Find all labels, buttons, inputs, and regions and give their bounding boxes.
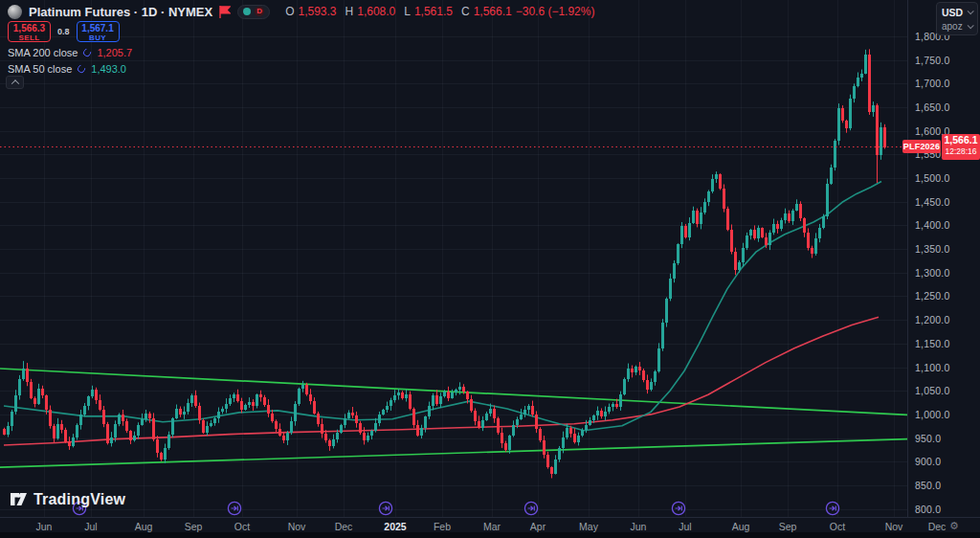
trade-panel: 1,566.3 SELL 0.8 1,567.1 BUY — [8, 21, 120, 42]
time-tick-label: May — [579, 521, 598, 532]
contract-roll-icon[interactable] — [671, 501, 686, 516]
contract-roll-icon[interactable] — [523, 501, 539, 516]
buy-price: 1,567.1 — [78, 23, 119, 34]
symbol-logo — [8, 5, 22, 19]
high-value: 1,608.0 — [357, 5, 395, 18]
price-tick-label: 1,000.0 — [915, 409, 949, 420]
price-tick-label: 1,200.0 — [915, 314, 949, 325]
time-tick-label: Feb — [434, 521, 451, 532]
ohlc-readout: O1,593.3 H1,608.0 L1,561.5 C1,566.1 −30.… — [280, 5, 594, 18]
time-tick-label: Aug — [135, 521, 153, 532]
close-label: C — [461, 5, 470, 18]
sma200-line — [4, 317, 879, 445]
price-tick-label: 1,250.0 — [915, 290, 949, 302]
market-open-dot-icon — [243, 8, 251, 15]
time-tick-label: Jun — [631, 521, 647, 532]
time-tick-label: Oct — [234, 521, 250, 532]
flag-icon[interactable] — [219, 6, 231, 18]
symbol-title[interactable]: Platinum Futures · 1D · NYMEX — [29, 5, 212, 19]
chevron-up-icon — [11, 79, 18, 87]
open-value: 1,593.3 — [298, 5, 336, 18]
sell-button[interactable]: 1,566.3 SELL — [8, 21, 51, 42]
currency-selector[interactable]: USD — [942, 5, 972, 19]
loading-spinner-icon — [77, 63, 87, 74]
price-tick-label: 850.0 — [915, 480, 941, 491]
grid-lines — [0, 0, 907, 517]
buy-label: BUY — [78, 34, 119, 42]
indicator-label[interactable]: SMA 50 close — [8, 63, 72, 75]
price-tick-label: 1,700.0 — [915, 78, 949, 89]
chevron-down-icon — [968, 22, 974, 29]
time-tick-label: Jul — [84, 521, 97, 532]
candles — [3, 49, 886, 478]
tradingview-logo[interactable]: TradingView — [10, 490, 125, 508]
settings-gear-icon[interactable]: ⚙ — [949, 520, 959, 532]
indicator-row-sma50[interactable]: SMA 50 close 1,493.0 — [8, 63, 126, 75]
price-tick-label: 1,500.0 — [915, 172, 949, 184]
time-tick-label: Sep — [185, 521, 203, 532]
price-tick-label: 800.0 — [915, 504, 941, 515]
indicator-value: 1,493.0 — [91, 63, 126, 75]
price-axis[interactable]: 1,800.01,750.01,700.01,650.01,600.01,550… — [907, 0, 980, 517]
last-price-value: 1,566.1 — [942, 134, 980, 146]
chart-header: Platinum Futures · 1D · NYMEX D O1,593.3… — [8, 4, 594, 19]
bar-countdown: 12:28:16 — [942, 146, 980, 157]
price-tick-label: 900.0 — [915, 456, 941, 467]
last-price-badge: 1,566.1 12:28:16 — [942, 134, 980, 160]
low-label: L — [404, 5, 411, 18]
time-tick-label: Nov — [288, 521, 306, 532]
time-tick-label: Apr — [530, 521, 546, 532]
buy-button[interactable]: 1,567.1 BUY — [77, 21, 120, 42]
sell-label: SELL — [9, 34, 50, 42]
contract-badge: PLF2026 — [902, 140, 941, 153]
indicator-label[interactable]: SMA 200 close — [8, 47, 78, 58]
unit-label: apoz — [942, 21, 963, 32]
loading-spinner-icon — [82, 47, 93, 57]
time-tick-label: Nov — [885, 521, 903, 532]
time-tick-label: Mar — [483, 521, 501, 532]
low-value: 1,561.5 — [414, 5, 453, 18]
price-tick-label: 1,150.0 — [915, 338, 949, 349]
time-tick-label: Jun — [36, 521, 53, 532]
contract-roll-icon[interactable] — [825, 501, 840, 516]
contract-roll-icon[interactable] — [227, 501, 242, 516]
price-tick-label: 1,400.0 — [915, 219, 949, 231]
price-tick-label: 950.0 — [915, 433, 941, 444]
time-tick-label: Dec — [335, 521, 353, 532]
price-scale-settings-panel: USD apoz — [936, 2, 978, 35]
price-tick-label: 1,050.0 — [915, 385, 949, 396]
window-edge — [0, 532, 980, 538]
price-tick-label: 1,350.0 — [915, 243, 949, 255]
tradingview-glyph-icon — [10, 490, 28, 508]
close-value: 1,566.1 — [474, 5, 512, 18]
change-value: −30.6 (−1.92%) — [516, 5, 595, 18]
contract-roll-icon[interactable] — [378, 501, 393, 516]
time-tick-label: Sep — [779, 521, 797, 532]
price-tick-label: 1,750.0 — [915, 55, 949, 66]
price-tick-label: 1,450.0 — [915, 196, 949, 208]
indicator-row-sma200[interactable]: SMA 200 close 1,205.7 — [8, 47, 132, 58]
candlestick-chart[interactable] — [0, 0, 907, 517]
spread-value: 0.8 — [57, 27, 70, 36]
time-tick-label: 2025 — [384, 521, 406, 532]
price-tick-label: 1,100.0 — [915, 362, 949, 373]
tradingview-wordmark: TradingView — [33, 491, 125, 508]
time-tick-label: Aug — [732, 521, 750, 532]
price-tick-label: 1,650.0 — [915, 101, 949, 113]
time-axis[interactable]: ⚙ JunJulAugSepOctNovDec2025FebMarAprMayJ… — [0, 517, 980, 532]
market-status-chip[interactable]: D — [237, 5, 270, 19]
collapse-legend-button[interactable] — [6, 76, 24, 89]
high-label: H — [345, 5, 354, 18]
indicator-value: 1,205.7 — [97, 47, 132, 58]
unit-selector[interactable]: apoz — [942, 19, 972, 34]
time-tick-label: Dec — [928, 521, 947, 532]
time-tick-label: Jul — [679, 521, 691, 532]
delayed-data-icon: D — [255, 7, 264, 16]
open-label: O — [285, 5, 294, 18]
chevron-down-icon — [968, 8, 974, 14]
currency-label: USD — [942, 7, 963, 18]
time-tick-label: Oct — [830, 521, 845, 532]
price-tick-label: 1,300.0 — [915, 267, 949, 279]
sell-price: 1,566.3 — [9, 23, 50, 34]
